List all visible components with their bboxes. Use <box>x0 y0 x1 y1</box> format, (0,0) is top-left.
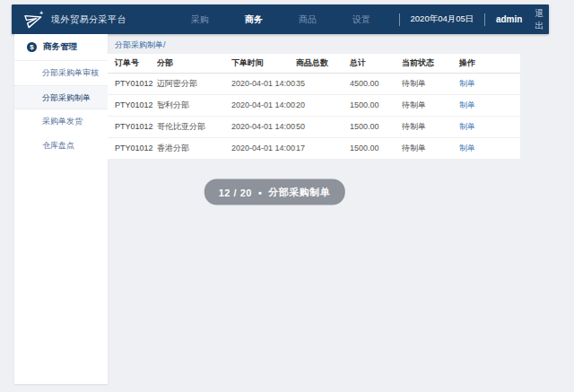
navbar-menu-item[interactable]: 商品 <box>281 13 335 26</box>
orders-table: 订单号分部下单时间商品总数总计当前状态操作 PTY01012迈阿密分部2020-… <box>108 54 520 160</box>
cell-quantity: 35 <box>296 73 350 94</box>
cell-order-time: 2020-04-01 14:00:12 <box>231 94 296 116</box>
task-name: 分部采购制单 <box>268 186 330 199</box>
create-order-link[interactable]: 制单 <box>459 122 475 131</box>
current-date: 2020年04月05日 <box>411 13 474 25</box>
cell-order-no: PTY01012 <box>108 137 157 159</box>
task-progress-pill: 12 / 20 • 分部采购制单 <box>204 179 345 205</box>
cell-action: 制单 <box>459 73 520 94</box>
cell-order-no: PTY01012 <box>108 94 157 116</box>
table-row: PTY01012香港分部2020-04-01 14:00:12171500.00… <box>108 137 520 159</box>
table-row: PTY01012迈阿密分部2020-04-01 14:00:12354500.0… <box>108 73 520 94</box>
brand: + 境外贸易分采平台 <box>24 11 126 29</box>
table-header-cell: 分部 <box>157 54 231 73</box>
divider <box>484 13 485 26</box>
cell-action: 制单 <box>459 137 520 159</box>
cell-action: 制单 <box>459 116 520 137</box>
logout-button[interactable]: 退出 <box>535 7 544 32</box>
table-header-cell: 商品总数 <box>296 54 350 73</box>
sidebar-section-label: 商务管理 <box>43 41 77 53</box>
divider <box>399 13 400 26</box>
table-header-row: 订单号分部下单时间商品总数总计当前状态操作 <box>108 54 520 73</box>
table-header-cell: 当前状态 <box>402 54 459 73</box>
sidebar-menu-item[interactable]: 采购单发货 <box>14 109 108 134</box>
sidebar-menu: 分部采购单审核分部采购制单采购单发货仓库盘点 <box>14 61 108 158</box>
create-order-link[interactable]: 制单 <box>459 144 475 152</box>
navbar-menu-item[interactable]: 设置 <box>335 13 388 26</box>
progress-counter: 12 / 20 <box>219 187 252 197</box>
currency-circle-icon: $ <box>27 42 37 52</box>
sidebar-section-business[interactable]: $ 商务管理 <box>14 34 108 61</box>
create-order-link[interactable]: 制单 <box>459 100 475 109</box>
table-body: PTY01012迈阿密分部2020-04-01 14:00:12354500.0… <box>108 73 520 159</box>
cell-total: 1500.00 <box>350 94 402 116</box>
cell-branch: 香港分部 <box>157 137 231 159</box>
cell-quantity: 17 <box>296 137 350 159</box>
app-title: 境外贸易分采平台 <box>51 13 126 26</box>
navbar-menu-item[interactable]: 商务 <box>227 13 281 26</box>
create-order-link[interactable]: 制单 <box>459 79 475 88</box>
username: admin <box>496 14 522 24</box>
orders-table-card: 订单号分部下单时间商品总数总计当前状态操作 PTY01012迈阿密分部2020-… <box>108 54 520 160</box>
sidebar-menu-item[interactable]: 分部采购单审核 <box>14 61 108 85</box>
sidebar-menu-item[interactable]: 仓库盘点 <box>14 134 108 158</box>
cell-order-time: 2020-04-01 14:00:12 <box>231 116 296 137</box>
bullet-separator: • <box>258 187 262 197</box>
breadcrumb: 分部采购制单/ <box>115 39 166 51</box>
cell-quantity: 50 <box>296 116 350 137</box>
sidebar: $ 商务管理 分部采购单审核分部采购制单采购单发货仓库盘点 <box>14 34 108 384</box>
svg-text:+: + <box>39 11 43 16</box>
cell-total: 4500.00 <box>350 73 402 94</box>
cell-branch: 迈阿密分部 <box>157 73 231 94</box>
cell-action: 制单 <box>459 94 520 116</box>
cell-total: 1500.00 <box>350 137 402 159</box>
cell-order-time: 2020-04-01 14:00:12 <box>231 73 296 94</box>
cell-quantity: 20 <box>296 94 350 116</box>
cell-status: 待制单 <box>402 94 459 116</box>
cell-branch: 智利分部 <box>157 94 231 116</box>
cell-branch: 哥伦比亚分部 <box>157 116 231 137</box>
cell-status: 待制单 <box>402 137 459 159</box>
sidebar-menu-item[interactable]: 分部采购制单 <box>14 85 108 109</box>
table-header-cell: 订单号 <box>108 54 157 73</box>
cell-order-time: 2020-04-01 14:00:12 <box>231 137 296 159</box>
navbar-menu-item[interactable]: 采购 <box>173 13 227 26</box>
cell-order-no: PTY01012 <box>108 73 157 94</box>
top-navbar: + 境外贸易分采平台 采购商务商品设置 2020年04月05日 admin 退出 <box>12 4 549 34</box>
table-header-cell: 总计 <box>350 54 402 73</box>
table-header-cell: 下单时间 <box>231 54 296 73</box>
table-row: PTY01012哥伦比亚分部2020-04-01 14:00:12501500.… <box>108 116 520 137</box>
cell-total: 1500.00 <box>350 116 402 137</box>
cell-status: 待制单 <box>402 73 459 94</box>
cell-status: 待制单 <box>402 116 459 137</box>
navbar-menu: 采购商务商品设置 <box>173 13 388 26</box>
navbar-right: 2020年04月05日 admin 退出 <box>388 7 544 32</box>
cell-order-no: PTY01012 <box>108 116 157 137</box>
table-row: PTY01012智利分部2020-04-01 14:00:12201500.00… <box>108 94 520 116</box>
table-header-cell: 操作 <box>459 54 520 73</box>
paper-plane-logo-icon: + <box>24 11 44 29</box>
